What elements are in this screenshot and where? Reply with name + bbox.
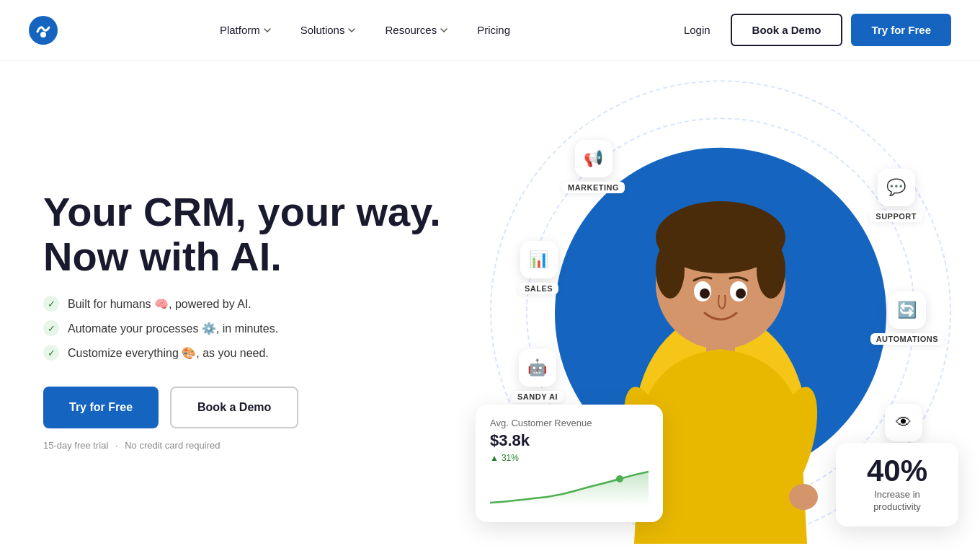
revenue-label: Avg. Customer Revenue (490, 418, 649, 428)
hero-note: 15-day free trial · No credit card requi… (43, 440, 441, 451)
nav-solutions[interactable]: Solutions (289, 18, 368, 42)
revenue-chart (490, 470, 649, 506)
nav-pricing[interactable]: Pricing (466, 18, 522, 42)
nav-actions: Login Book a Demo Try for Free (672, 14, 951, 46)
svg-point-16 (616, 475, 623, 482)
salesmate-logo-icon (29, 16, 58, 45)
logo-link[interactable] (29, 16, 58, 45)
hero-features-list: ✓ Built for humans 🧠, powered by AI. ✓ A… (43, 296, 441, 361)
nav-resources[interactable]: Resources (373, 18, 460, 42)
feature-item-3: ✓ Customize everything 🎨, as you need. (43, 345, 441, 361)
svg-point-15 (736, 288, 746, 299)
svg-point-1 (40, 32, 46, 38)
book-demo-button-nav[interactable]: Book a Demo (731, 14, 843, 46)
hero-left: Your CRM, your way. Now with AI. ✓ Built… (43, 190, 441, 451)
feature-item-2: ✓ Automate your processes ⚙️, in minutes… (43, 320, 441, 336)
arrow-up-icon: ▲ (490, 453, 499, 463)
check-icon-3: ✓ (43, 345, 59, 361)
hero-title: Your CRM, your way. Now with AI. (43, 190, 441, 278)
try-free-button-nav[interactable]: Try for Free (851, 14, 951, 46)
badge-sandy-ai: 🤖 SANDY AI (512, 349, 564, 402)
navbar: Platform Solutions Resources Pricing Log… (0, 0, 980, 61)
hero-right: 📢 MARKETING 💬 SUPPORT 📊 SALES 🔄 AUTOMATI… (504, 97, 937, 544)
productivity-desc: Increase in productivity (850, 489, 944, 513)
stat-card-productivity: 40% Increase in productivity (836, 443, 958, 526)
badge-automations: 🔄 AUTOMATIONS (870, 291, 944, 345)
sales-icon: 📊 (520, 241, 558, 278)
chevron-down-icon (347, 26, 356, 35)
insights-icon: 👁 (885, 404, 922, 441)
try-free-button-hero[interactable]: Try for Free (43, 387, 159, 428)
hero-cta-buttons: Try for Free Book a Demo (43, 387, 441, 428)
badge-support: 💬 SUPPORT (870, 169, 922, 222)
svg-point-6 (757, 241, 785, 299)
nav-platform[interactable]: Platform (208, 18, 283, 42)
marketing-icon: 📢 (575, 140, 612, 177)
nav-links: Platform Solutions Resources Pricing (208, 18, 522, 42)
stat-card-revenue: Avg. Customer Revenue $3.8k ▲ 31% (476, 405, 663, 522)
sandy-ai-icon: 🤖 (519, 349, 556, 387)
chevron-down-icon (263, 26, 272, 35)
badge-sales: 📊 SALES (519, 241, 558, 294)
hero-section: Your CRM, your way. Now with AI. ✓ Built… (0, 61, 980, 551)
book-demo-button-hero[interactable]: Book a Demo (170, 387, 298, 428)
login-button[interactable]: Login (672, 18, 722, 42)
chevron-down-icon (440, 26, 448, 35)
automations-icon: 🔄 (888, 291, 926, 329)
revenue-change: ▲ 31% (490, 453, 649, 463)
feature-item-1: ✓ Built for humans 🧠, powered by AI. (43, 296, 441, 312)
check-icon-1: ✓ (43, 296, 59, 312)
productivity-pct: 40% (850, 456, 944, 486)
check-icon-2: ✓ (43, 320, 59, 336)
support-icon: 💬 (878, 169, 915, 206)
svg-point-14 (700, 288, 710, 299)
svg-point-11 (789, 484, 818, 510)
svg-point-5 (656, 241, 685, 299)
revenue-value: $3.8k (490, 431, 649, 450)
badge-marketing: 📢 MARKETING (562, 140, 625, 193)
